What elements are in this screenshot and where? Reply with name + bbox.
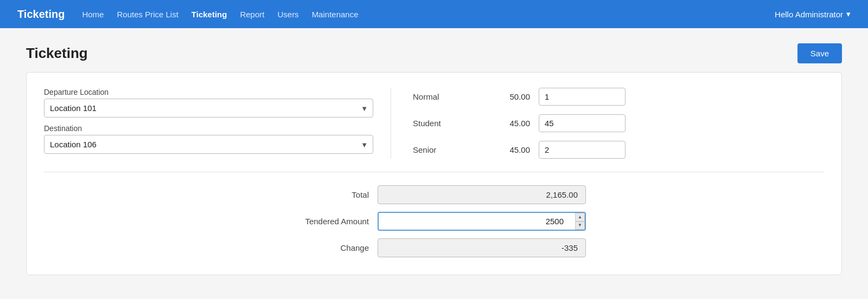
nav-users[interactable]: Users	[277, 10, 298, 19]
main-card: Departure Location Location 101 Location…	[26, 72, 842, 275]
change-value: -335	[378, 238, 586, 257]
ticket-price-normal: 50.00	[487, 92, 530, 101]
nav-routes-price-list[interactable]: Routes Price List	[117, 10, 178, 19]
ticket-qty-senior-input[interactable]	[539, 141, 626, 159]
ticket-price-senior: 45.00	[487, 145, 530, 154]
ticket-qty-student-input[interactable]	[539, 114, 626, 132]
nav-ticketing[interactable]: Ticketing	[192, 10, 227, 19]
change-row: Change -335	[282, 238, 586, 257]
tendered-amount-input[interactable]	[378, 212, 586, 231]
page-header: Ticketing Save	[26, 43, 842, 63]
tendered-row: Tendered Amount ▲ ▼	[282, 212, 586, 231]
destination-select[interactable]: Location 106 Location 107 Location 108	[44, 135, 373, 154]
destination-field: Destination Location 106 Location 107 Lo…	[44, 124, 373, 154]
ticket-type-student-label: Student	[413, 119, 478, 128]
ticket-qty-normal-input[interactable]	[539, 88, 626, 106]
navbar: Ticketing Home Routes Price List Ticketi…	[0, 0, 868, 28]
tendered-spinner-down[interactable]: ▼	[575, 222, 585, 230]
tendered-spinner-wrapper: ▲ ▼	[378, 212, 586, 231]
ticket-type-normal-label: Normal	[413, 92, 478, 101]
change-label: Change	[282, 243, 369, 252]
nav-home[interactable]: Home	[82, 10, 104, 19]
ticket-type-senior-label: Senior	[413, 145, 478, 154]
page-title: Ticketing	[26, 45, 88, 62]
tendered-spinner-buttons: ▲ ▼	[575, 213, 585, 230]
navbar-links: Home Routes Price List Ticketing Report …	[82, 10, 775, 19]
nav-report[interactable]: Report	[240, 10, 264, 19]
form-right: Normal 50.00 Student 45.00 Senior 45.00	[391, 88, 824, 159]
destination-select-wrapper: Location 106 Location 107 Location 108 ▼	[44, 135, 373, 154]
destination-label: Destination	[44, 124, 373, 133]
departure-select[interactable]: Location 101 Location 102 Location 103	[44, 99, 373, 118]
tendered-spinner-up[interactable]: ▲	[575, 213, 585, 222]
total-value: 2,165.00	[378, 185, 586, 204]
page-content: Ticketing Save Departure Location Locati…	[0, 28, 868, 290]
ticket-price-student: 45.00	[487, 119, 530, 128]
nav-maintenance[interactable]: Maintenance	[312, 10, 359, 19]
tendered-label: Tendered Amount	[282, 217, 369, 226]
departure-select-wrapper: Location 101 Location 102 Location 103 ▼	[44, 99, 373, 118]
save-button[interactable]: Save	[797, 43, 842, 63]
navbar-brand: Ticketing	[17, 8, 65, 21]
ticket-row-senior: Senior 45.00	[413, 141, 824, 159]
departure-field: Departure Location Location 101 Location…	[44, 88, 373, 118]
total-label: Total	[282, 190, 369, 199]
form-top: Departure Location Location 101 Location…	[44, 88, 824, 172]
departure-label: Departure Location	[44, 88, 373, 96]
form-left: Departure Location Location 101 Location…	[44, 88, 391, 159]
navbar-user-label: Hello Administrator	[775, 10, 843, 19]
ticket-row-normal: Normal 50.00	[413, 88, 824, 106]
navbar-dropdown-icon: ▾	[846, 9, 851, 19]
totals-section: Total 2,165.00 Tendered Amount ▲ ▼ Chang…	[44, 185, 824, 257]
navbar-user[interactable]: Hello Administrator ▾	[775, 9, 851, 19]
ticket-row-student: Student 45.00	[413, 114, 824, 132]
total-row: Total 2,165.00	[282, 185, 586, 204]
